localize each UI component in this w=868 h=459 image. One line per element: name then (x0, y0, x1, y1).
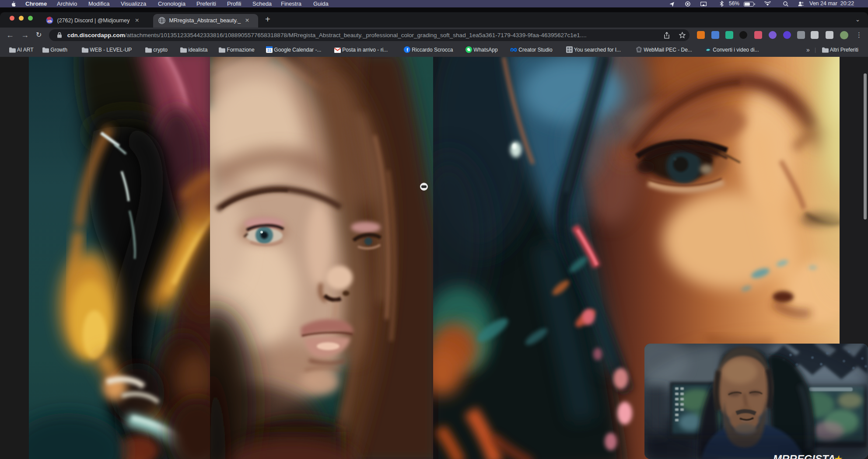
svg-text:★: ★ (833, 454, 843, 459)
svg-text:2k+: 2k+ (48, 21, 52, 23)
svg-text:MRREGISTA: MRREGISTA (773, 453, 835, 459)
svg-text:f: f (406, 47, 408, 52)
svg-text:31: 31 (267, 48, 271, 52)
